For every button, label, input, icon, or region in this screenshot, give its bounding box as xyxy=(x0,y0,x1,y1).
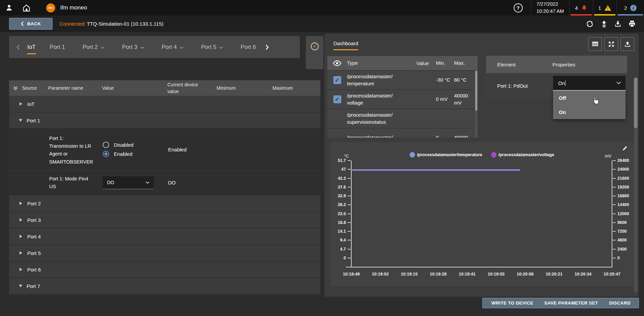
signals-table: Type Value Min. Max. ✓ /processdatamaste… xyxy=(327,56,478,138)
expand-icon xyxy=(20,251,22,255)
date-text: 7/27/2022 xyxy=(537,1,558,8)
pdout-dropdown[interactable]: On xyxy=(553,76,625,90)
tab-port-6[interactable]: Port 6 xyxy=(232,36,264,58)
refresh-icon[interactable] xyxy=(586,20,594,28)
group-row-port-6[interactable]: Port 6 xyxy=(9,261,320,278)
info-badge[interactable]: 2 i xyxy=(616,0,644,16)
group-row-port-2[interactable]: Port 2 xyxy=(9,195,320,212)
trend-chart: /processdatamaster/temperature /processd… xyxy=(330,142,633,286)
y-left-tick-label: 37.6 xyxy=(338,185,351,190)
param-label: Port 1: Transmission to LR Agent or SMAR… xyxy=(49,133,100,166)
dashboard-scrollbar[interactable] xyxy=(634,78,638,293)
tab-port-4[interactable]: Port 4 xyxy=(153,36,192,58)
y-right-unit: mV xyxy=(605,153,612,159)
y-left-unit: °C xyxy=(344,153,349,159)
help-icon[interactable]: ? xyxy=(514,3,523,12)
x-axis-label: 10:19:15 xyxy=(401,272,418,277)
dashboard-panel: Dashboard xyxy=(324,34,639,297)
alarm-badge[interactable]: 4 xyxy=(569,0,593,16)
x-axis-label: 10:20:34 xyxy=(575,272,591,277)
expand-icon xyxy=(20,218,22,222)
user-icon[interactable] xyxy=(5,4,13,11)
x-axis-label: 10:20:47 xyxy=(604,272,620,277)
visibility-checkbox-checked[interactable]: ✓ xyxy=(333,95,341,103)
signal-min: 0 xyxy=(436,134,454,138)
print-icon[interactable] xyxy=(628,20,636,28)
warning-badge[interactable]: 1 xyxy=(593,0,616,16)
element-properties-header: Element Properties xyxy=(486,56,627,73)
group-row-port-7[interactable]: Port 7 xyxy=(9,278,320,294)
tab-port-1[interactable]: Port 1 xyxy=(41,36,74,58)
signals-scrollbar[interactable] xyxy=(475,70,478,138)
visibility-checkbox-checked[interactable]: ✓ xyxy=(333,76,341,84)
group-row-iot[interactable]: IoT xyxy=(9,96,320,112)
element-name: Port 1: PdOut xyxy=(486,83,542,89)
edit-chart-icon[interactable] xyxy=(622,145,628,152)
chart-plot: 51.74742.337.632.928.223.518.814.19.44.7… xyxy=(351,161,612,267)
x-axis xyxy=(346,267,612,267)
signal-type: /processdatamaster/voltage xyxy=(347,92,416,106)
grid-view-button[interactable] xyxy=(588,37,602,51)
x-axis-label: 10:19:28 xyxy=(430,272,447,277)
home-icon[interactable] xyxy=(22,4,31,12)
legend-temperature[interactable]: /processdatamaster/temperature xyxy=(410,152,482,157)
param-label: Port 1: Mode Pin4 US xyxy=(49,175,100,191)
x-axis-label: 10:18:49 xyxy=(343,272,360,277)
signal-row-voltage: ✓ /processdatamaster/voltage 0 mV 40000 … xyxy=(327,89,478,109)
pdout-dropdown-menu: Off On xyxy=(553,90,625,119)
y-left-tick-label: 47 xyxy=(341,167,351,172)
export-button[interactable] xyxy=(620,37,634,51)
tabs-scroll-right-icon[interactable] xyxy=(265,45,269,50)
check-icon: ✓ xyxy=(335,97,339,102)
discard-button[interactable]: DISCARD xyxy=(609,300,631,306)
chevron-down-icon xyxy=(146,181,150,184)
back-button[interactable]: BACK xyxy=(9,18,53,30)
y-right-tick-label: 19200 xyxy=(613,185,629,190)
dropdown-option-on[interactable]: On xyxy=(553,105,625,119)
mode-pin4-select[interactable]: DO xyxy=(103,176,154,189)
time-text: 10:20:47 AM xyxy=(537,8,564,15)
chevron-down-icon xyxy=(180,47,184,49)
info-count: 2 xyxy=(624,5,627,11)
ifm-moneo-app: ifm ifm moneo ? 7/27/2022 10:20:47 AM 4 … xyxy=(0,0,644,316)
dropdown-option-off[interactable]: Off xyxy=(553,91,625,105)
save-parameter-set-button[interactable]: SAVE PARAMETER SET xyxy=(544,300,598,306)
legend-voltage[interactable]: /processdatamaster/voltage xyxy=(491,152,554,157)
device-value: Enabled xyxy=(168,147,217,152)
element-properties-panel: Element Properties Port 1: PdOut On Off … xyxy=(486,56,627,98)
param-row-mode-pin4: Port 1: Mode Pin4 US DO DO xyxy=(9,171,320,195)
group-row-port-3[interactable]: Port 3 xyxy=(9,212,320,228)
radio-icon xyxy=(103,142,109,148)
download-icon[interactable] xyxy=(614,20,621,27)
expand-icon xyxy=(20,102,22,106)
tab-iot[interactable]: IoT xyxy=(22,36,41,58)
tabs-scroll-left-icon[interactable] xyxy=(17,45,20,50)
fullscreen-button[interactable] xyxy=(604,37,618,51)
upload-icon[interactable] xyxy=(601,20,608,27)
tab-port-5[interactable]: Port 5 xyxy=(192,36,232,58)
tab-port-3[interactable]: Port 3 xyxy=(113,36,153,58)
radio-enabled[interactable]: Enabled xyxy=(103,151,168,157)
tab-port-2[interactable]: Port 2 xyxy=(74,36,113,58)
chart-legend: /processdatamaster/temperature /processd… xyxy=(330,152,633,157)
dashboard-gauge-tab[interactable] xyxy=(306,36,323,69)
chevron-down-icon xyxy=(101,47,104,49)
write-to-device-button[interactable]: WRITE TO DEVICE xyxy=(491,300,533,306)
tab-dashboard[interactable]: Dashboard xyxy=(333,40,358,50)
y-left-tick-label: 32.9 xyxy=(338,194,351,198)
group-row-port-1[interactable]: Port 1 xyxy=(9,112,320,129)
signal-max: 80 °C xyxy=(454,77,478,83)
port-1-parameters: Port 1: Transmission to LR Agent or SMAR… xyxy=(9,129,320,195)
y-right-tick-label: 21600 xyxy=(613,176,629,181)
top-bar: ifm ifm moneo ? 7/27/2022 10:20:47 AM 4 … xyxy=(0,0,644,16)
group-row-port-5[interactable]: Port 5 xyxy=(9,245,320,261)
radio-disabled[interactable]: Disabled xyxy=(103,142,168,148)
group-row-port-4[interactable]: Port 4 xyxy=(9,228,320,245)
collapse-all-icon[interactable] xyxy=(9,86,22,90)
col-type: Type xyxy=(347,60,416,66)
app-brand: ifm ifm moneo xyxy=(46,0,87,16)
parameter-table: Source Parameter name Value Current devi… xyxy=(9,80,320,297)
col-source: Source xyxy=(22,85,48,91)
signal-row-supervisionstatus: /processdatamaster/supervisionstatus xyxy=(327,109,478,128)
connected-device: TTQ-Simulation-01 (10.133.1.115) xyxy=(87,21,163,27)
